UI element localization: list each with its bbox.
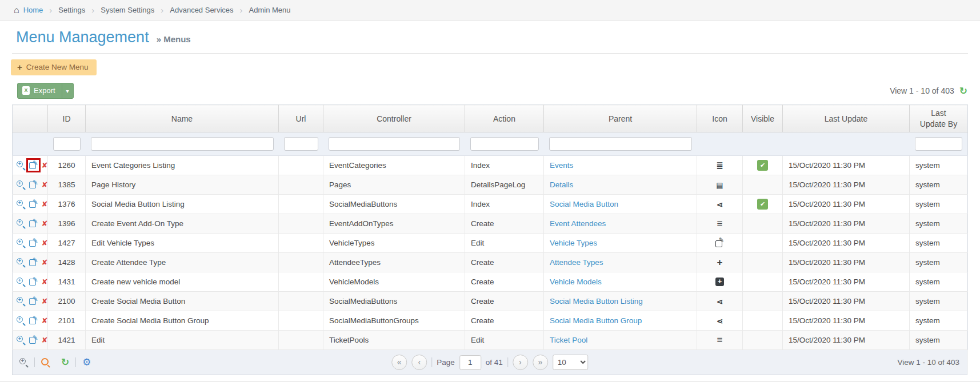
edit-record-icon[interactable] [29,219,38,228]
search-icon[interactable] [41,358,50,367]
filter-id-input[interactable] [53,137,81,151]
delete-record-icon[interactable] [42,278,48,286]
view-record-icon[interactable] [17,180,25,189]
filter-last-update-by-input[interactable] [915,137,963,151]
delete-record-icon[interactable] [42,316,48,325]
parent-menu-link[interactable]: Social Media Button [550,200,618,208]
delete-record-icon[interactable] [42,219,48,228]
column-header-last-update[interactable]: Last Update [783,105,910,132]
cell-name: Create new vehicle model [86,272,279,292]
edit-record-icon[interactable] [29,258,38,267]
delete-record-icon[interactable] [42,200,48,208]
menu-item-icon [717,297,723,306]
toolbar-divider [34,357,35,367]
export-dropdown-caret[interactable]: ▾ [62,83,73,98]
cell-id: 1427 [48,234,86,253]
view-record-icon[interactable] [17,219,25,228]
delete-record-icon[interactable] [42,297,48,305]
menu-item-icon [716,182,723,190]
parent-menu-link[interactable]: Attendee Types [550,258,603,267]
cell-action: Create [465,253,544,272]
breadcrumb-home[interactable]: Home [23,6,43,14]
parent-menu-link[interactable]: Event Attendees [550,219,606,228]
cell-name: Page History [86,175,279,195]
reload-grid-icon[interactable]: ↻ [61,357,69,367]
column-header-visible[interactable]: Visible [743,105,783,132]
excel-file-icon: X [22,86,30,95]
delete-record-icon[interactable] [42,239,48,247]
grid-body: 1260 Event Categories Listing EventCateg… [13,156,968,350]
page-number-input[interactable] [459,355,481,370]
parent-menu-link[interactable]: Ticket Pool [550,336,587,344]
parent-menu-link[interactable]: Vehicle Types [550,239,597,247]
filter-name-input[interactable] [91,137,274,151]
parent-menu-link[interactable]: Social Media Button Group [550,316,642,325]
column-header-parent[interactable]: Parent [544,105,697,132]
column-header-id[interactable]: ID [48,105,86,132]
view-record-icon[interactable] [17,316,25,325]
view-record-icon[interactable] [17,200,25,208]
parent-menu-link[interactable]: Vehicle Models [550,278,602,286]
edit-record-icon[interactable] [29,297,38,305]
filter-url-input[interactable] [284,137,318,151]
view-record-icon[interactable] [17,258,25,267]
column-header-controller[interactable]: Controller [323,105,465,132]
edit-record-icon[interactable] [29,316,38,325]
breadcrumb-advanced-services[interactable]: Advanced Services [170,6,233,14]
cell-parent: Vehicle Types [544,234,697,253]
prev-page-button[interactable]: ‹ [411,355,427,370]
delete-record-icon[interactable] [42,180,48,189]
page-total-label: of 41 [486,358,503,367]
table-row: 2100 Create Social Media Button SocialMe… [13,292,968,311]
breadcrumb-admin-menu[interactable]: Admin Menu [249,6,291,14]
column-header-last-update-by[interactable]: Last Update By [910,105,968,132]
breadcrumb-settings[interactable]: Settings [58,6,85,14]
cell-url [279,311,323,331]
cell-parent: Details [544,175,697,195]
filter-controller-input[interactable] [329,137,460,151]
column-header-name[interactable]: Name [86,105,279,132]
filter-parent-input[interactable] [549,137,692,151]
delete-record-icon[interactable] [42,161,48,170]
refresh-icon[interactable]: ↻ [959,86,967,96]
edit-record-icon[interactable] [29,180,38,189]
cell-last-update: 15/Oct/2020 11:30 PM [783,214,910,234]
view-record-icon[interactable] [17,161,25,170]
menu-item-icon [717,258,723,267]
delete-record-icon[interactable] [42,336,48,344]
view-record-icon[interactable] [17,336,25,344]
export-split-button[interactable]: X Export ▾ [17,83,74,99]
column-header-action[interactable]: Action [465,105,544,132]
next-page-button[interactable]: › [513,355,528,370]
last-page-button[interactable]: » [533,355,548,370]
edit-record-icon[interactable] [29,161,38,170]
edit-record-icon[interactable] [29,239,38,247]
create-new-menu-button[interactable]: + Create New Menu [11,59,97,75]
first-page-button[interactable]: « [391,355,407,370]
view-record-icon[interactable] [17,239,25,247]
breadcrumb-system-settings[interactable]: System Settings [101,6,154,14]
column-header-icon[interactable]: Icon [697,105,743,132]
page-subtitle: » Menus [157,34,191,44]
filter-action-input[interactable] [470,137,539,151]
zoom-grid-icon[interactable] [19,358,28,367]
column-header-url[interactable]: Url [279,105,323,132]
cell-action: Index [465,156,544,175]
parent-menu-link[interactable]: Social Media Button Listing [550,297,643,305]
parent-menu-link[interactable]: Details [550,180,573,189]
title-divider [12,53,968,54]
edit-record-icon[interactable] [29,200,38,208]
view-record-icon[interactable] [17,278,25,286]
menu-grid: ID Name Url Controller Action Parent Ico… [12,104,968,350]
parent-menu-link[interactable]: Events [550,161,573,170]
delete-record-icon[interactable] [42,258,48,267]
gear-icon[interactable]: ⚙ [82,357,91,367]
cell-action: Index [465,195,544,214]
edit-record-icon[interactable] [29,336,38,344]
cell-action: DetailsPageLog [465,175,544,195]
edit-record-icon[interactable] [29,278,38,286]
export-button[interactable]: X Export [18,83,62,98]
page-size-select[interactable]: 10 [553,355,588,370]
table-row: 1396 Create Event Add-On Type EventAddOn… [13,214,968,234]
view-record-icon[interactable] [17,297,25,305]
